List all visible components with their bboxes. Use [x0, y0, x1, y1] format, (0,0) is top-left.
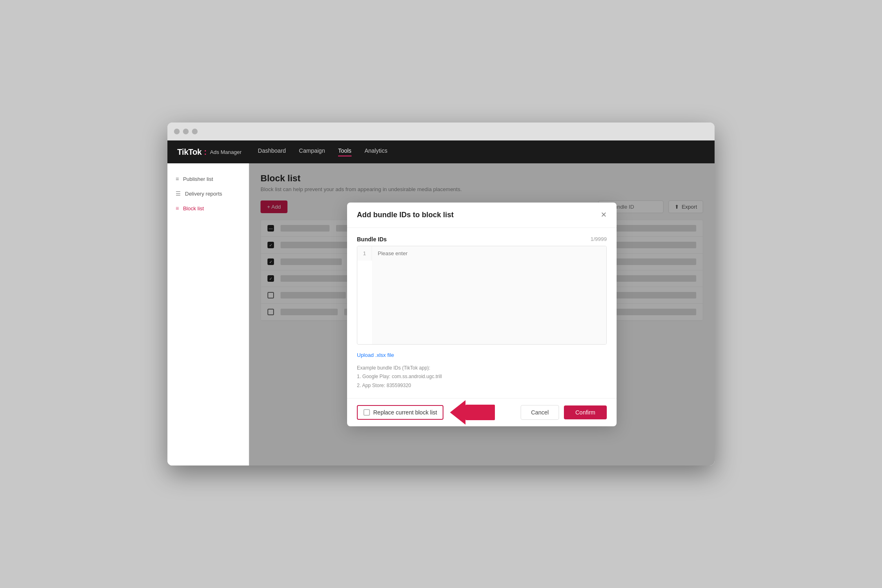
sidebar-label-publisher-list: Publisher list [183, 176, 213, 182]
modal-title: Add bundle IDs to block list [357, 211, 454, 219]
bundle-ids-label: Bundle IDs [357, 236, 387, 243]
modal-footer: Replace current block list Cancel Confir… [347, 398, 617, 426]
modal-close-button[interactable]: ✕ [601, 211, 607, 218]
nav-analytics[interactable]: Analytics [365, 147, 388, 156]
maximize-button[interactable] [192, 129, 198, 134]
sidebar-item-publisher-list[interactable]: ≡ Publisher list [167, 172, 249, 186]
example-item-2: 2. App Store: 835599320 [357, 381, 607, 390]
sidebar-item-block-list[interactable]: ≡ Block list [167, 201, 249, 216]
sidebar-label-block-list: Block list [183, 205, 204, 212]
title-bar [167, 122, 715, 140]
block-list-icon: ≡ [176, 205, 179, 212]
replace-block-list-section: Replace current block list [357, 405, 443, 420]
example-item-1: 1. Google Play: com.ss.android.ugc.trill [357, 372, 607, 381]
modal-overlay: Add bundle IDs to block list ✕ Bundle ID… [249, 163, 715, 466]
modal-header: Add bundle IDs to block list ✕ [347, 203, 617, 228]
line-number: 1 [357, 246, 372, 261]
nav-menu: Dashboard Campaign Tools Analytics [258, 147, 388, 156]
brand-colon: : [204, 147, 207, 157]
modal-body: Bundle IDs 1/9999 1 Upload .xlsx file Ex… [347, 228, 617, 399]
page-content: Block list Block list can help prevent y… [249, 163, 715, 466]
sidebar-label-delivery-reports: Delivery reports [185, 191, 222, 197]
main-content: ≡ Publisher list ☰ Delivery reports ≡ Bl… [167, 163, 715, 466]
modal-dialog: Add bundle IDs to block list ✕ Bundle ID… [347, 203, 617, 427]
bundle-textarea-wrapper: 1 [357, 246, 607, 345]
sidebar: ≡ Publisher list ☰ Delivery reports ≡ Bl… [167, 163, 249, 466]
bundle-count: 1/9999 [590, 236, 607, 242]
brand-logo: TikTok: Ads Manager [177, 147, 242, 157]
app-window: TikTok: Ads Manager Dashboard Campaign T… [167, 122, 715, 466]
replace-label: Replace current block list [373, 409, 437, 416]
upload-xlsx-link[interactable]: Upload .xlsx file [357, 352, 394, 358]
examples-section: Example bundle IDs (TikTok app): 1. Goog… [357, 364, 607, 390]
product-name: Ads Manager [210, 149, 241, 155]
nav-campaign[interactable]: Campaign [299, 147, 325, 156]
bundle-input-row: 1 [357, 246, 606, 344]
delivery-reports-icon: ☰ [176, 190, 181, 197]
top-nav: TikTok: Ads Manager Dashboard Campaign T… [167, 140, 715, 163]
brand-name: TikTok [177, 147, 202, 157]
arrow-annotation [450, 400, 495, 425]
footer-buttons: Cancel Confirm [521, 405, 607, 420]
replace-checkbox[interactable] [363, 409, 370, 416]
minimize-button[interactable] [183, 129, 189, 134]
examples-title: Example bundle IDs (TikTok app): [357, 364, 607, 373]
arrow-shaft [466, 405, 495, 420]
publisher-list-icon: ≡ [176, 176, 179, 182]
bundle-header: Bundle IDs 1/9999 [357, 236, 607, 243]
confirm-button[interactable]: Confirm [564, 405, 607, 419]
nav-tools[interactable]: Tools [338, 147, 352, 156]
bundle-ids-input[interactable] [372, 246, 606, 344]
sidebar-item-delivery-reports[interactable]: ☰ Delivery reports [167, 186, 249, 201]
arrow-tip [450, 400, 466, 425]
close-button[interactable] [174, 129, 180, 134]
cancel-button[interactable]: Cancel [521, 405, 559, 420]
nav-dashboard[interactable]: Dashboard [258, 147, 286, 156]
